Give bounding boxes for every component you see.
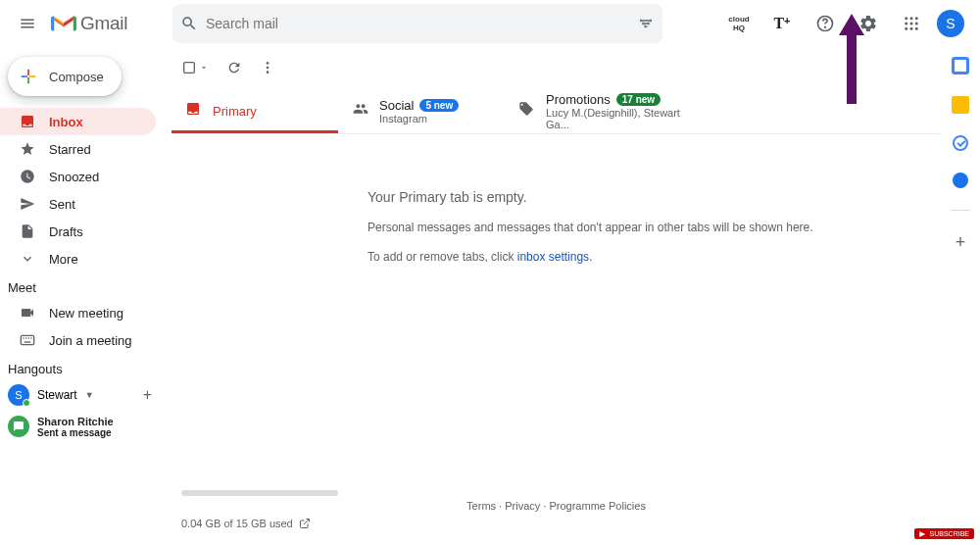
plus-icon: [18, 66, 39, 87]
sidepanel-divider: [951, 210, 970, 211]
youtube-play-icon: [919, 531, 927, 537]
privacy-link[interactable]: Privacy: [505, 500, 540, 512]
inbox-tabs: Primary Social 5 new Instagram Promotion…: [172, 88, 941, 134]
new-chat-button[interactable]: +: [143, 386, 164, 404]
apps-grid-icon: [903, 15, 920, 32]
storage-text: 0.04 GB of 15 GB used: [181, 518, 293, 529]
tab-label: Promotions: [546, 92, 611, 107]
chat-item[interactable]: Sharon Ritchie Sent a message: [0, 410, 172, 444]
nav-label: Snoozed: [49, 170, 99, 184]
programme-link[interactable]: Programme Policies: [549, 500, 645, 512]
main-layout: Compose Inbox Starred Snoozed Sent Draft…: [0, 47, 980, 545]
sidebar-item-join-meeting[interactable]: Join a meeting: [0, 326, 156, 354]
svg-rect-17: [184, 63, 195, 74]
draft-icon: [20, 223, 35, 239]
tab-badge: 5 new: [419, 99, 459, 112]
svg-rect-12: [23, 337, 24, 338]
nav-label: Drafts: [49, 224, 83, 239]
svg-rect-11: [21, 335, 33, 344]
nav-label: Starred: [49, 142, 91, 157]
svg-point-20: [267, 71, 270, 74]
footer-links: Terms · Privacy · Programme Policies: [181, 500, 931, 512]
sidebar-item-starred[interactable]: Starred: [0, 135, 156, 163]
app-name: Gmail: [80, 13, 127, 34]
svg-rect-14: [28, 337, 29, 338]
svg-rect-16: [24, 341, 31, 342]
settings-button[interactable]: [851, 6, 886, 41]
tab-primary[interactable]: Primary: [172, 88, 338, 133]
search-options-icon[interactable]: [637, 15, 655, 32]
svg-point-7: [915, 23, 918, 25]
video-icon: [20, 305, 35, 321]
svg-rect-13: [25, 337, 26, 338]
tab-promotions[interactable]: Promotions 17 new Lucy M.(Designhill), S…: [505, 88, 710, 133]
sidebar-item-new-meeting[interactable]: New meeting: [0, 299, 156, 326]
text-plus-icon: T+: [773, 15, 790, 32]
keep-addon[interactable]: [952, 96, 969, 114]
side-panel: +: [941, 47, 980, 545]
gmail-icon: [51, 14, 76, 33]
nav-label: Sent: [49, 197, 75, 212]
sidebar-item-drafts[interactable]: Drafts: [0, 218, 156, 245]
hangouts-section-label: Hangouts: [0, 354, 172, 380]
get-addons-button[interactable]: +: [956, 232, 966, 253]
status-dropdown-icon[interactable]: ▼: [85, 390, 94, 400]
chevron-down-icon: [20, 251, 35, 267]
social-tab-icon: [352, 101, 368, 121]
sidebar-item-more[interactable]: More: [0, 245, 156, 272]
empty-title: Your Primary tab is empty.: [368, 189, 941, 205]
horizontal-scrollbar[interactable]: [181, 490, 931, 494]
svg-rect-15: [30, 337, 31, 338]
tasks-addon[interactable]: [953, 135, 968, 151]
open-link-icon[interactable]: [299, 518, 311, 529]
hamburger-icon: [19, 15, 36, 32]
tab-sub: Lucy M.(Designhill), Stewart Ga...: [546, 107, 697, 130]
select-all-combo[interactable]: [181, 60, 209, 75]
search-bar[interactable]: [172, 4, 662, 43]
tab-social[interactable]: Social 5 new Instagram: [338, 88, 505, 133]
support-button[interactable]: [808, 6, 843, 41]
main-menu-button[interactable]: [8, 4, 47, 43]
compose-button[interactable]: Compose: [8, 57, 122, 96]
tab-sub: Instagram: [379, 113, 459, 124]
sidebar-item-inbox[interactable]: Inbox: [0, 108, 156, 135]
header-actions: cloudHQ T+ S: [721, 6, 972, 41]
account-avatar[interactable]: S: [937, 10, 964, 37]
chat-name: Sharon Ritchie: [37, 416, 114, 427]
nav-label: Join a meeting: [49, 333, 132, 348]
hangouts-self[interactable]: S Stewart ▼ +: [0, 380, 172, 410]
compose-label: Compose: [49, 70, 104, 84]
subscribe-badge[interactable]: SUBSCRIBE: [914, 528, 974, 539]
self-avatar: S: [8, 384, 29, 406]
terms-link[interactable]: Terms: [466, 500, 496, 512]
text-tool-button[interactable]: T+: [764, 6, 800, 41]
svg-point-6: [910, 23, 913, 25]
nav-label: More: [49, 252, 78, 267]
sidebar-item-sent[interactable]: Sent: [0, 190, 156, 218]
svg-point-19: [267, 67, 270, 70]
toolbar: [172, 47, 941, 88]
sidebar: Compose Inbox Starred Snoozed Sent Draft…: [0, 47, 172, 545]
checkbox-icon: [181, 60, 197, 75]
footer: Terms · Privacy · Programme Policies 0.0…: [172, 490, 941, 545]
calendar-addon[interactable]: [952, 57, 969, 74]
caret-down-icon[interactable]: [199, 63, 209, 73]
empty-description: Personal messages and messages that don'…: [368, 221, 941, 234]
search-input[interactable]: [198, 16, 637, 31]
sidebar-item-snoozed[interactable]: Snoozed: [0, 163, 156, 190]
empty-hint: To add or remove tabs, click inbox setti…: [368, 250, 941, 264]
cloudhq-button[interactable]: cloudHQ: [721, 6, 757, 41]
keyboard-icon: [20, 332, 35, 348]
chat-preview: Sent a message: [37, 427, 114, 438]
more-icon[interactable]: [260, 60, 275, 75]
storage-info: 0.04 GB of 15 GB used: [181, 518, 931, 529]
refresh-icon[interactable]: [226, 60, 242, 75]
svg-point-8: [905, 27, 907, 30]
contacts-addon[interactable]: [953, 173, 968, 188]
primary-tab-icon: [185, 101, 201, 121]
inbox-settings-link[interactable]: inbox settings: [517, 250, 589, 264]
svg-point-5: [905, 23, 907, 25]
apps-button[interactable]: [894, 6, 929, 41]
svg-point-4: [915, 17, 918, 20]
gmail-logo[interactable]: Gmail: [51, 13, 159, 34]
